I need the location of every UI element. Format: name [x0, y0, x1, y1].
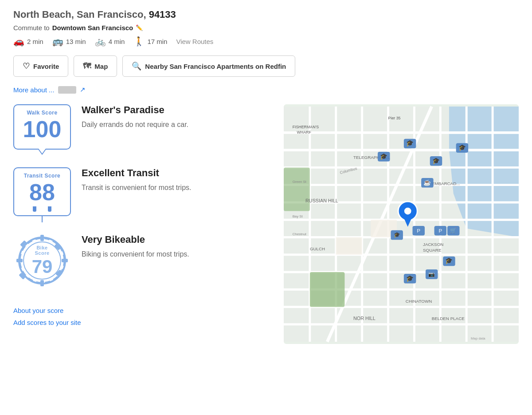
- svg-rect-36: [336, 237, 362, 254]
- svg-text:P: P: [438, 228, 442, 233]
- zip-code: 94133: [146, 9, 176, 20]
- transport-bus: 🚌 13 min: [52, 36, 86, 47]
- svg-text:☕: ☕: [423, 179, 431, 186]
- svg-text:🎓: 🎓: [445, 257, 453, 265]
- bus-leg-right: [48, 206, 51, 212]
- transit-score-label: Transit Score: [20, 173, 64, 179]
- walk-score-title: Walker's Paradise: [82, 104, 188, 116]
- heart-icon: ♡: [23, 61, 30, 71]
- walk-icon: 🚶: [133, 36, 145, 47]
- svg-rect-7: [20, 240, 27, 247]
- svg-text:BELDEN PLACE: BELDEN PLACE: [432, 316, 465, 321]
- transit-line: [42, 215, 43, 222]
- car-icon: 🚗: [13, 36, 24, 47]
- page-title: North Beach, San Francisco, 94133: [13, 9, 519, 20]
- scores-panel: Walk Score 100 Walker's Paradise Daily e…: [13, 104, 270, 344]
- map-button[interactable]: 🗺 Map: [74, 55, 117, 77]
- svg-text:Pier 35: Pier 35: [388, 116, 401, 120]
- transport-row: 🚗 2 min 🚌 13 min 🚲 4 min 🚶 17 min View R…: [13, 36, 519, 47]
- more-about-link[interactable]: More about ... ↗: [13, 86, 519, 94]
- svg-text:FISHERMAN'S: FISHERMAN'S: [293, 125, 319, 129]
- bus-time: 13 min: [66, 38, 86, 45]
- bike-score-title: Very Bikeable: [82, 234, 189, 245]
- nearby-label: Nearby San Francisco Apartments on Redfi…: [145, 63, 286, 70]
- about-score-link[interactable]: About your score: [13, 307, 270, 314]
- bike-score-label: Bike Score: [29, 245, 55, 256]
- location-text: North Beach, San Francisco,: [13, 9, 146, 20]
- external-link-icon: ↗: [80, 86, 86, 94]
- svg-text:Green St: Green St: [293, 180, 307, 184]
- add-scores-link[interactable]: Add scores to your site: [13, 319, 270, 326]
- transit-score-number: 88: [20, 181, 64, 204]
- bike-icon: 🚲: [95, 36, 106, 47]
- svg-text:P: P: [417, 228, 420, 233]
- view-routes-link[interactable]: View Routes: [176, 38, 213, 45]
- favorite-button[interactable]: ♡ Favorite: [13, 55, 68, 77]
- blurred-text: [58, 86, 77, 94]
- bike-score-item: Bike Score 79 Very Bikeable Biking is co…: [13, 234, 270, 289]
- svg-point-80: [404, 208, 411, 215]
- svg-text:WHARF: WHARF: [297, 130, 311, 134]
- svg-text:Bay St: Bay St: [293, 214, 303, 218]
- transport-walk: 🚶 17 min: [133, 36, 167, 47]
- commute-row: Commute to Downtown San Francisco ✏️: [13, 24, 519, 32]
- transport-car: 🚗 2 min: [13, 36, 43, 47]
- map-panel: RUSSIAN HILL TELEGRAPH HILL EMBARCAD... …: [284, 104, 519, 344]
- transit-score-title: Excellent Transit: [82, 167, 192, 179]
- search-icon: 🔍: [132, 61, 141, 71]
- svg-text:RUSSIAN HILL: RUSSIAN HILL: [305, 198, 338, 203]
- svg-text:NOR HILL: NOR HILL: [353, 316, 376, 321]
- footer-links: About your score Add scores to your site: [13, 307, 270, 326]
- walk-score-info: Walker's Paradise Daily errands do not r…: [82, 104, 188, 130]
- svg-rect-5: [16, 259, 23, 262]
- walk-score-label: Walk Score: [20, 110, 64, 116]
- walk-score-number: 100: [20, 118, 64, 141]
- svg-rect-34: [310, 272, 345, 307]
- walk-score-badge: Walk Score 100: [13, 104, 71, 150]
- svg-text:Chestnut: Chestnut: [293, 232, 307, 236]
- svg-rect-6: [62, 259, 68, 262]
- transport-bike: 🚲 4 min: [95, 36, 125, 47]
- walk-score-item: Walk Score 100 Walker's Paradise Daily e…: [13, 104, 270, 150]
- svg-rect-35: [284, 167, 310, 211]
- bike-score-desc: Biking is convenient for most trips.: [82, 249, 189, 260]
- svg-text:🎓: 🎓: [380, 153, 388, 160]
- bus-icon: 🚌: [52, 36, 63, 47]
- more-about-text: More about ...: [13, 86, 55, 94]
- edit-icon[interactable]: ✏️: [136, 24, 143, 31]
- map-label: Map: [94, 63, 108, 70]
- transit-score-desc: Transit is convenient for most trips.: [82, 182, 192, 193]
- map-icon: 🗺: [83, 62, 91, 71]
- transit-score-info: Excellent Transit Transit is convenient …: [82, 167, 192, 193]
- transit-score-item: Transit Score 88 Excellent Transit Trans…: [13, 167, 270, 216]
- svg-text:Map data: Map data: [471, 336, 485, 340]
- svg-text:📷: 📷: [428, 271, 435, 277]
- nearby-button[interactable]: 🔍 Nearby San Francisco Apartments on Red…: [122, 55, 295, 77]
- bus-leg-left: [33, 206, 36, 212]
- svg-text:SQUARE: SQUARE: [423, 248, 442, 253]
- main-content: Walk Score 100 Walker's Paradise Daily e…: [13, 104, 519, 344]
- walk-score-desc: Daily errands do not require a car.: [82, 119, 188, 130]
- commute-destination: Downtown San Francisco: [52, 24, 133, 32]
- car-time: 2 min: [27, 38, 43, 45]
- favorite-label: Favorite: [33, 63, 59, 70]
- bike-score-inner: Bike Score 79: [29, 245, 55, 276]
- svg-text:GULCH: GULCH: [310, 246, 325, 251]
- svg-text:CHINATOWN: CHINATOWN: [406, 299, 432, 304]
- map-svg: RUSSIAN HILL TELEGRAPH HILL EMBARCAD... …: [284, 104, 519, 344]
- svg-text:EMBARCAD...: EMBARCAD...: [432, 181, 460, 186]
- svg-text:🎓: 🎓: [458, 144, 466, 151]
- svg-rect-4: [40, 280, 44, 286]
- bike-score-gear: Bike Score 79: [16, 234, 69, 287]
- map-container[interactable]: RUSSIAN HILL TELEGRAPH HILL EMBARCAD... …: [284, 104, 519, 344]
- bike-score-number: 79: [29, 257, 55, 276]
- bike-score-info: Very Bikeable Biking is convenient for m…: [82, 234, 189, 260]
- svg-text:🎓: 🎓: [394, 232, 400, 238]
- bike-time: 4 min: [109, 38, 125, 45]
- svg-text:JACKSON: JACKSON: [423, 242, 443, 247]
- location-header: North Beach, San Francisco, 94133: [13, 9, 519, 20]
- transit-score-badge: Transit Score 88: [13, 167, 71, 216]
- bike-score-badge: Bike Score 79: [13, 234, 71, 289]
- svg-rect-3: [40, 235, 44, 241]
- action-buttons: ♡ Favorite 🗺 Map 🔍 Nearby San Francisco …: [13, 55, 519, 77]
